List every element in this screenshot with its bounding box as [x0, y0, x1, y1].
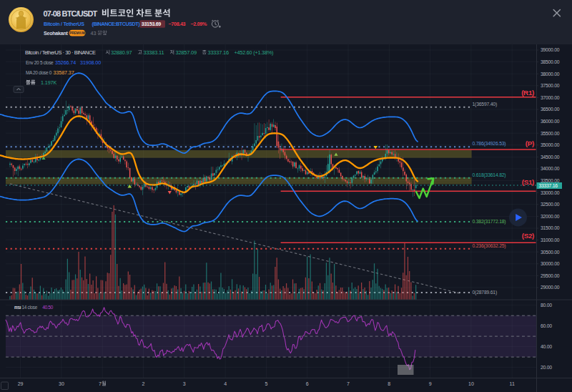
- svg-text:30500.00: 30500.00: [541, 250, 560, 255]
- svg-text:5: 5: [265, 381, 267, 386]
- svg-text:32000.00: 32000.00: [541, 214, 560, 219]
- svg-text:RSI: RSI: [14, 305, 21, 310]
- svg-text:29: 29: [18, 381, 24, 386]
- svg-text:1(36597.40): 1(36597.40): [473, 102, 497, 107]
- svg-text:Bitcoin / TetherUS · 30 · BINA: Bitcoin / TetherUS · 30 · BINANCE: [25, 49, 96, 56]
- svg-text:80.00: 80.00: [541, 303, 552, 308]
- svg-text:(S2): (S2): [522, 232, 534, 240]
- svg-text:40.00: 40.00: [541, 344, 552, 349]
- svg-text:0.382(31772.18): 0.382(31772.18): [473, 219, 506, 225]
- svg-text:1.197K: 1.197K: [41, 79, 56, 86]
- svg-text:(S1): (S1): [522, 178, 534, 186]
- svg-text:30: 30: [59, 381, 64, 386]
- svg-text:35266.74: 35266.74: [55, 59, 76, 66]
- svg-text:35500.00: 35500.00: [541, 131, 560, 136]
- svg-text:36500.00: 36500.00: [541, 107, 560, 112]
- svg-text:(BINANCE:BTCUSDT): (BINANCE:BTCUSDT): [92, 21, 141, 27]
- svg-text:31500.00: 31500.00: [541, 225, 560, 230]
- svg-text:0(28789.61): 0(28789.61): [473, 290, 497, 295]
- svg-text:4: 4: [224, 381, 227, 386]
- svg-text:38000.00: 38000.00: [541, 72, 560, 77]
- svg-text:20.00: 20.00: [541, 365, 552, 370]
- svg-text:32500.00: 32500.00: [541, 202, 560, 207]
- svg-text:31908.00: 31908.00: [80, 59, 101, 66]
- svg-text:29000.00: 29000.00: [541, 285, 560, 290]
- svg-text:32857.09: 32857.09: [176, 49, 197, 56]
- svg-text:Bitcoin / TetherUS: Bitcoin / TetherUS: [44, 21, 84, 27]
- svg-text:6: 6: [306, 381, 309, 386]
- svg-text:36000.00: 36000.00: [541, 119, 560, 124]
- svg-text:2: 2: [142, 381, 145, 386]
- svg-text:38500.00: 38500.00: [541, 59, 560, 64]
- svg-text:−2.09%: −2.09%: [191, 21, 207, 27]
- svg-text:MA 20 close 0: MA 20 close 0: [26, 70, 52, 75]
- svg-text:7: 7: [99, 381, 102, 386]
- svg-text:14 close: 14 close: [22, 305, 38, 310]
- svg-text:11: 11: [510, 381, 515, 386]
- svg-text:0.618(33614.82): 0.618(33614.82): [473, 172, 506, 178]
- svg-text:(R1): (R1): [521, 89, 534, 97]
- svg-text:34000.00: 34000.00: [541, 166, 560, 171]
- svg-text:−708.43: −708.43: [169, 21, 186, 27]
- svg-text:0.786(34926.53): 0.786(34926.53): [473, 141, 506, 147]
- svg-text:9: 9: [429, 381, 432, 386]
- svg-text:10: 10: [468, 381, 474, 386]
- svg-text:8: 8: [388, 381, 390, 386]
- svg-text:(P): (P): [526, 139, 534, 147]
- svg-text:33587.37: 33587.37: [54, 69, 74, 76]
- svg-text:33383.11: 33383.11: [144, 49, 164, 56]
- svg-text:33337.16: 33337.16: [208, 49, 229, 56]
- svg-text:37500.00: 37500.00: [541, 83, 560, 88]
- svg-text:34500.00: 34500.00: [541, 155, 560, 160]
- svg-text:37000.00: 37000.00: [541, 95, 560, 100]
- svg-text:60.00: 60.00: [541, 323, 552, 328]
- svg-text:43: 43: [91, 30, 97, 36]
- svg-text:33153.69: 33153.69: [142, 21, 162, 27]
- svg-text:32880.97: 32880.97: [111, 49, 132, 56]
- svg-text:3: 3: [183, 381, 186, 386]
- svg-text:29500.00: 29500.00: [541, 273, 560, 278]
- svg-text:40.50: 40.50: [42, 305, 53, 310]
- svg-text:33337.16: 33337.16: [539, 183, 558, 188]
- svg-text:7: 7: [347, 381, 350, 386]
- svg-text:0.236(30632.25): 0.236(30632.25): [473, 243, 506, 249]
- svg-text:39000.00: 39000.00: [541, 47, 560, 52]
- svg-text:30000.00: 30000.00: [541, 261, 560, 266]
- svg-text:+452.60 (+1.38%): +452.60 (+1.38%): [235, 49, 274, 56]
- svg-text:31000.00: 31000.00: [541, 237, 560, 242]
- svg-text:33500.00: 33500.00: [541, 178, 560, 183]
- svg-text:PREMIUM: PREMIUM: [69, 31, 85, 35]
- svg-text:35000.00: 35000.00: [541, 142, 560, 147]
- svg-text:33000.00: 33000.00: [541, 190, 560, 195]
- svg-text:Seohakant: Seohakant: [44, 30, 69, 36]
- svg-text:Env 20 5 close: Env 20 5 close: [26, 60, 54, 65]
- svg-text:07-08 BTC/USDT: 07-08 BTC/USDT: [44, 9, 98, 18]
